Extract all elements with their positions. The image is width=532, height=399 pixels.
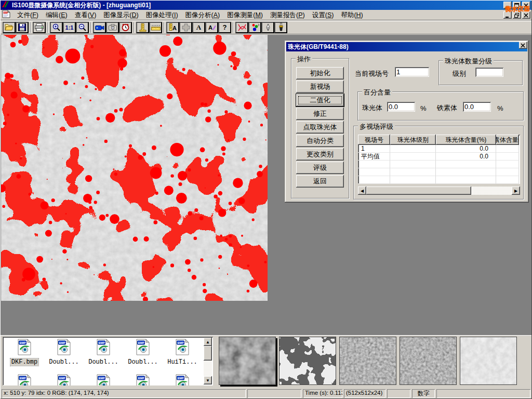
scroll-right-button[interactable]: ▶: [512, 187, 520, 195]
dialog-title-bar[interactable]: 珠光体(GB/T9441-88): [286, 42, 527, 51]
scroll-thumb[interactable]: [366, 187, 471, 195]
pearlite-input[interactable]: [387, 102, 415, 112]
column-header-0[interactable]: 视场号: [358, 135, 390, 145]
grade-label: 级别: [453, 69, 466, 78]
file-item-2[interactable]: BMPDoubl...: [84, 339, 123, 366]
menu-item-7[interactable]: 测量报告(P): [267, 10, 309, 20]
operation-button-6[interactable]: 更改类别: [296, 148, 344, 161]
operation-button-3[interactable]: 修正: [296, 108, 344, 120]
minimize-button[interactable]: [503, 2, 512, 9]
capture-icon[interactable]: [106, 22, 119, 33]
table-header-row: 视场号珠光体级别珠光体含量(%)铁素体含量(%): [358, 135, 520, 145]
menu-item-0[interactable]: 文件(F): [14, 10, 42, 20]
file-item-0[interactable]: BMPDKF.bmp: [5, 339, 44, 366]
child-restore-button[interactable]: [513, 11, 521, 19]
particles-icon[interactable]: 3: [248, 22, 261, 33]
child-minimize-button[interactable]: [503, 11, 512, 19]
brush-tool-icon[interactable]: [274, 22, 287, 33]
operation-button-7[interactable]: 评级: [296, 162, 344, 174]
file-item-3[interactable]: BMPDoubl...: [123, 339, 163, 366]
menu-item-5[interactable]: 图像分析(A): [182, 10, 224, 20]
scroll-left-button[interactable]: ◀: [358, 187, 366, 195]
bmp-file-icon: BMP: [175, 339, 190, 357]
svg-text:BMP: BMP: [178, 377, 184, 380]
cell: [436, 168, 496, 176]
thumbnail-1[interactable]: [219, 337, 276, 385]
panel-empty-2: [387, 389, 410, 398]
thumbnail-4[interactable]: [400, 337, 457, 385]
file-item-1[interactable]: BMPDoubl...: [44, 339, 84, 366]
file-item-row2-0[interactable]: BMP: [5, 374, 44, 385]
column-header-2[interactable]: 珠光体含量(%): [436, 135, 496, 145]
bmp-file-icon: BMP: [56, 339, 72, 357]
operation-button-5[interactable]: 自动分类: [296, 135, 344, 147]
operations-group: 操作 初始化新视场二值化修正点取珠光体自动分类更改类别评级返回: [291, 58, 349, 198]
measure-text-icon[interactable]: A: [166, 22, 179, 33]
menu-item-9[interactable]: 帮助(H): [337, 10, 366, 20]
open-icon[interactable]: [3, 22, 16, 33]
file-item-row2-4[interactable]: BMP: [163, 374, 202, 385]
file-item-4[interactable]: BMPHuiTi...: [163, 339, 202, 366]
operation-button-8[interactable]: 返回: [296, 175, 344, 188]
file-item-row2-1[interactable]: BMP: [44, 374, 84, 385]
scroll-track[interactable]: [366, 187, 512, 195]
column-header-1[interactable]: 珠光体级别: [390, 135, 436, 145]
document-icon: DOC: [2, 10, 10, 20]
menu-item-2[interactable]: 查看(V): [71, 10, 100, 20]
file-scroll-thumb[interactable]: [204, 346, 212, 361]
cell: [358, 161, 390, 168]
child-close-button[interactable]: [522, 11, 530, 19]
bmp-file-icon: BMP: [17, 339, 32, 357]
close-button[interactable]: [522, 2, 530, 9]
maximize-button[interactable]: [513, 2, 521, 9]
scroll-down-button[interactable]: ▼: [204, 376, 212, 384]
grade-input[interactable]: [475, 68, 503, 77]
caliper-icon[interactable]: [136, 22, 149, 33]
menu-item-6[interactable]: 图像测量(M): [223, 10, 267, 20]
pearlite-label: 珠光体: [362, 103, 382, 113]
ferrite-label: 铁素体: [437, 103, 457, 113]
zoom-in-icon[interactable]: [50, 22, 63, 33]
app-icon: [2, 1, 10, 10]
svg-text:BMP: BMP: [99, 341, 105, 344]
thumbnail-5[interactable]: [460, 337, 517, 385]
operation-button-0[interactable]: 初始化: [296, 67, 344, 79]
pen-tool-icon[interactable]: [261, 22, 274, 33]
dialog-close-button[interactable]: [519, 42, 527, 49]
binarized-metallograph-image[interactable]: [1, 35, 268, 301]
operation-button-1[interactable]: 新视场: [296, 81, 344, 93]
operation-button-4[interactable]: 点取珠光体: [296, 121, 344, 134]
zoom-out-icon[interactable]: [76, 22, 89, 33]
help-icon[interactable]: ?: [218, 22, 231, 33]
text-icon[interactable]: A: [192, 22, 205, 33]
thumbnail-3[interactable]: [339, 337, 396, 385]
curve-tool-icon[interactable]: [235, 22, 248, 33]
edit-text-icon[interactable]: A: [205, 22, 218, 33]
pattern-cross-icon[interactable]: [179, 22, 192, 33]
video-camera-icon[interactable]: [93, 22, 106, 33]
table-horizontal-scrollbar[interactable]: ◀ ▶: [358, 187, 520, 195]
menu-item-3[interactable]: 图像显示(D): [100, 10, 142, 20]
file-browser-panel: BMPDKF.bmpBMPDoubl...BMPDoubl...BMPDoubl…: [1, 335, 531, 388]
timer-icon[interactable]: [119, 22, 132, 33]
menu-item-1[interactable]: 编辑(E): [42, 10, 71, 20]
thumbnail-2[interactable]: [279, 337, 336, 385]
print-icon[interactable]: [33, 22, 46, 33]
column-header-3[interactable]: 铁素体含量(%): [496, 135, 519, 145]
menu-item-8[interactable]: 设置(S): [309, 10, 338, 20]
ferrite-input[interactable]: [463, 102, 491, 112]
file-item-row2-2[interactable]: BMP: [84, 374, 123, 385]
rating-table[interactable]: 视场号珠光体级别珠光体含量(%)铁素体含量(%)10.0平均值0.0: [358, 135, 520, 184]
current-field-input[interactable]: [395, 67, 429, 77]
operation-button-2[interactable]: 二值化: [296, 94, 344, 107]
file-list-scrollbar[interactable]: ▲ ▼: [204, 338, 212, 384]
toolbar-separator: [233, 22, 234, 33]
table-row: 平均值0.0: [358, 153, 520, 161]
ruler-icon[interactable]: [149, 22, 162, 33]
file-list[interactable]: BMPDKF.bmpBMPDoubl...BMPDoubl...BMPDoubl…: [3, 337, 213, 385]
scroll-up-button[interactable]: ▲: [204, 338, 212, 346]
file-item-row2-3[interactable]: BMP: [123, 374, 163, 385]
menu-item-4[interactable]: 图像处理(I): [142, 10, 182, 20]
actual-size-icon[interactable]: 1:1: [63, 22, 76, 33]
save-icon[interactable]: [16, 22, 29, 33]
